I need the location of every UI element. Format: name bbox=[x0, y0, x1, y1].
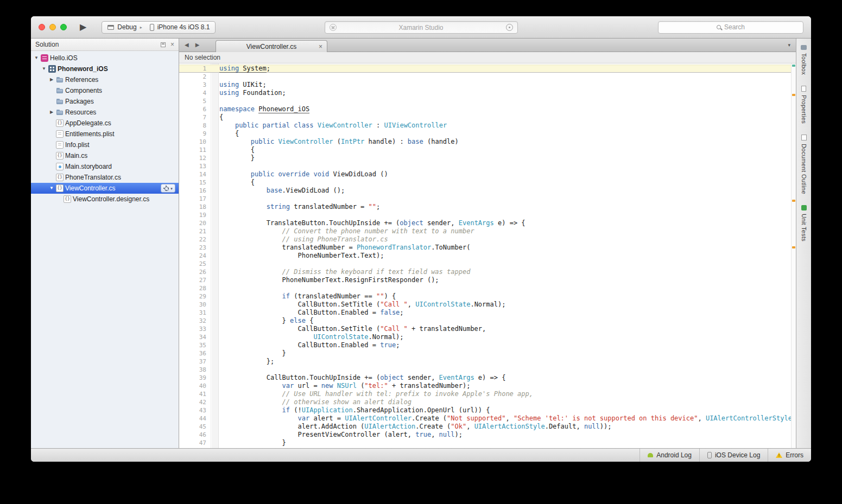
tree-item-viewcontroller-designer-cs[interactable]: ViewController.designer.cs bbox=[31, 194, 179, 205]
code-line[interactable]: 25 bbox=[179, 260, 791, 268]
android-log-button[interactable]: Android Log bbox=[640, 449, 699, 462]
code-text: translatedNumber = PhonewordTranslator.T… bbox=[219, 244, 470, 252]
collapse-arrow-icon[interactable]: ▼ bbox=[41, 63, 47, 74]
code-line[interactable]: 3using UIKit; bbox=[179, 81, 791, 89]
code-line[interactable]: 30 CallButton.SetTitle ("Call ", UIContr… bbox=[179, 301, 791, 309]
code-line[interactable]: 6namespace Phoneword_iOS bbox=[179, 105, 791, 113]
code-line[interactable]: 23 translatedNumber = PhonewordTranslato… bbox=[179, 244, 791, 252]
tree-item-hello-ios[interactable]: ▼Hello.iOS bbox=[31, 53, 179, 63]
pad-close-icon[interactable]: × bbox=[170, 41, 174, 48]
code-line[interactable]: 28 bbox=[179, 284, 791, 292]
tree-item-entitlements-plist[interactable]: Entitlements.plist bbox=[31, 129, 179, 139]
code-line[interactable]: 31 CallButton.Enabled = false; bbox=[179, 309, 791, 317]
code-line[interactable]: 34 UIControlState.Normal); bbox=[179, 333, 791, 341]
scrollbar-task-mark[interactable] bbox=[792, 65, 795, 67]
side-tab-toolbox[interactable]: Toolbox bbox=[801, 45, 807, 75]
code-line[interactable]: 21 // Convert the phone number with text… bbox=[179, 227, 791, 235]
line-number: 44 bbox=[179, 414, 211, 423]
side-tab-document-outline[interactable]: Document Outline bbox=[801, 135, 807, 194]
tree-item-info-plist[interactable]: Info.plist bbox=[31, 139, 179, 150]
tree-item-main-cs[interactable]: Main.cs bbox=[31, 150, 179, 161]
code-line[interactable]: 5 bbox=[179, 97, 791, 105]
scrollbar-warning-mark[interactable] bbox=[792, 94, 795, 96]
code-line[interactable]: 33 CallButton.SetTitle ("Call " + transl… bbox=[179, 325, 791, 333]
tree-item-phonetranslator-cs[interactable]: PhoneTranslator.cs bbox=[31, 172, 179, 183]
code-line[interactable]: 8 public partial class ViewController : … bbox=[179, 122, 791, 130]
code-line[interactable]: 11 { bbox=[179, 146, 791, 154]
collapse-arrow-icon[interactable]: ▼ bbox=[33, 53, 40, 63]
run-button[interactable]: ▶ bbox=[80, 23, 86, 31]
tree-item-viewcontroller-cs[interactable]: ▼ViewController.cs▾ bbox=[31, 183, 179, 194]
nav-forward-button[interactable]: ▶ bbox=[195, 42, 200, 48]
expand-arrow-icon[interactable]: ▶ bbox=[48, 107, 55, 118]
tree-item-components[interactable]: Components bbox=[31, 85, 179, 96]
code-line[interactable]: 10 public ViewController (IntPtr handle)… bbox=[179, 138, 791, 146]
code-line[interactable]: 46 PresentViewController (alert, true, n… bbox=[179, 431, 791, 439]
code-line[interactable]: 16 base.ViewDidLoad (); bbox=[179, 187, 791, 195]
collapse-arrow-icon[interactable]: ▼ bbox=[48, 183, 55, 194]
fold-margin bbox=[211, 423, 219, 431]
expand-arrow-icon[interactable]: ▶ bbox=[48, 74, 55, 85]
code-line[interactable]: 27 PhoneNumberText.ResignFirstResponder … bbox=[179, 276, 791, 284]
ios-device-log-button[interactable]: iOS Device Log bbox=[699, 449, 768, 462]
side-tab-unit-tests[interactable]: Unit Tests bbox=[801, 205, 807, 241]
code-line[interactable]: 43 if (!UIApplication.SharedApplication.… bbox=[179, 406, 791, 414]
search-input[interactable]: Search bbox=[658, 21, 803, 34]
item-options-button[interactable]: ▾ bbox=[161, 184, 175, 193]
pad-dock-icon[interactable] bbox=[161, 42, 166, 47]
code-line[interactable]: 15 { bbox=[179, 178, 791, 187]
code-line[interactable]: 39 CallButton.TouchUpInside += (object s… bbox=[179, 374, 791, 382]
code-line[interactable]: 38 bbox=[179, 366, 791, 374]
code-line[interactable]: 29 if (translatedNumber == "") { bbox=[179, 292, 791, 301]
code-line[interactable]: 22 // using PhoneTranslator.cs bbox=[179, 235, 791, 244]
code-line[interactable]: 44 var alert = UIAlertController.Create … bbox=[179, 414, 791, 423]
tree-item-references[interactable]: ▶References bbox=[31, 74, 179, 85]
code-line[interactable]: 14 public override void ViewDidLoad () bbox=[179, 170, 791, 178]
code-line[interactable]: 45 alert.AddAction (UIAlertAction.Create… bbox=[179, 423, 791, 431]
code-line[interactable]: 1using System; bbox=[179, 65, 791, 73]
code-line[interactable]: 9 { bbox=[179, 130, 791, 138]
fold-margin bbox=[211, 227, 219, 235]
nav-back-button[interactable]: ◀ bbox=[185, 42, 189, 48]
code-line[interactable]: 32 } else { bbox=[179, 317, 791, 325]
code-text: { bbox=[219, 178, 255, 187]
tree-item-phoneword-ios[interactable]: ▼Phoneword_iOS bbox=[31, 63, 179, 74]
code-line[interactable]: 41 // Use URL handler with tel: prefix t… bbox=[179, 390, 791, 398]
build-configuration-selector[interactable]: Debug ▸ iPhone 4s iOS 8.1 bbox=[102, 21, 216, 34]
code-line[interactable]: 24 PhoneNumberText.Text); bbox=[179, 252, 791, 260]
side-tab-properties[interactable]: Properties bbox=[801, 86, 807, 124]
code-line[interactable]: 17 bbox=[179, 195, 791, 203]
tree-item-appdelegate-cs[interactable]: AppDelegate.cs bbox=[31, 118, 179, 129]
code-line[interactable]: 20 TranslateButton.TouchUpInside += (obj… bbox=[179, 219, 791, 227]
errors-button[interactable]: Errors bbox=[768, 449, 811, 462]
tree-item-packages[interactable]: Packages bbox=[31, 96, 179, 107]
editor-tab[interactable]: ViewController.cs × bbox=[216, 40, 327, 52]
code-line[interactable]: 47 } bbox=[179, 439, 791, 447]
code-line[interactable]: 35 CallButton.Enabled = true; bbox=[179, 341, 791, 349]
code-line[interactable]: 13 bbox=[179, 162, 791, 170]
code-line[interactable]: 2 bbox=[179, 73, 791, 81]
zoom-button[interactable] bbox=[60, 24, 67, 30]
editor-scrollbar[interactable] bbox=[791, 63, 796, 448]
code-line[interactable]: 36 } bbox=[179, 349, 791, 358]
tab-close-icon[interactable]: × bbox=[319, 43, 322, 50]
fold-margin bbox=[211, 292, 219, 301]
tree-item-main-storyboard[interactable]: Main.storyboard bbox=[31, 161, 179, 172]
code-editor[interactable]: 1using System;23using UIKit;4using Found… bbox=[179, 63, 796, 448]
code-line[interactable]: 40 var url = new NSUrl ("tel:" + transla… bbox=[179, 382, 791, 390]
tab-list-dropdown-icon[interactable]: ▾ bbox=[788, 42, 790, 48]
code-line[interactable]: 12 } bbox=[179, 154, 791, 162]
code-line[interactable]: 7{ bbox=[179, 113, 791, 122]
breadcrumb[interactable]: No selection bbox=[179, 52, 796, 63]
scrollbar-warning-mark[interactable] bbox=[792, 200, 795, 202]
code-line[interactable]: 42 // otherwise show an alert dialog bbox=[179, 398, 791, 406]
minimize-button[interactable] bbox=[49, 24, 56, 30]
code-line[interactable]: 37 }; bbox=[179, 358, 791, 366]
tree-item-resources[interactable]: ▶Resources bbox=[31, 107, 179, 118]
code-line[interactable]: 26 // Dismiss the keyboard if text field… bbox=[179, 268, 791, 276]
scrollbar-warning-mark[interactable] bbox=[792, 246, 795, 248]
code-line[interactable]: 19 bbox=[179, 211, 791, 219]
code-line[interactable]: 4using Foundation; bbox=[179, 89, 791, 97]
close-button[interactable] bbox=[39, 24, 45, 30]
code-line[interactable]: 18 string translatedNumber = ""; bbox=[179, 203, 791, 211]
